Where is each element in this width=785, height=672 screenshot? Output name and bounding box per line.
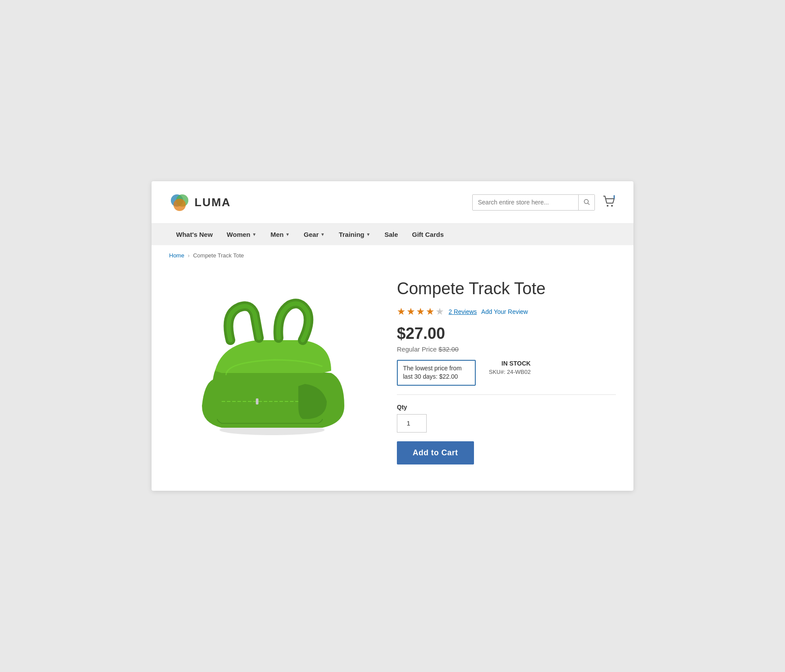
chevron-down-icon: ▼ [321, 232, 325, 237]
header-right [472, 194, 616, 211]
nav-item-gift-cards[interactable]: Gift Cards [405, 224, 451, 245]
breadcrumb: Home › Compete Track Tote [152, 245, 633, 266]
star-5: ★ [435, 306, 444, 317]
chevron-down-icon: ▼ [285, 232, 290, 237]
qty-label: Qty [397, 404, 616, 411]
in-stock-label: IN STOCK [489, 360, 530, 367]
nav-item-gear[interactable]: Gear ▼ [297, 224, 332, 245]
add-review-link[interactable]: Add Your Review [481, 308, 528, 315]
breadcrumb-home-link[interactable]: Home [169, 252, 184, 259]
search-button[interactable] [578, 195, 594, 210]
nav-item-training[interactable]: Training ▼ [332, 224, 377, 245]
chevron-down-icon: ▼ [252, 232, 256, 237]
product-image-column [169, 274, 371, 464]
nav-item-men[interactable]: Men ▼ [263, 224, 297, 245]
add-to-cart-button[interactable]: Add to Cart [397, 441, 474, 464]
reviews-link[interactable]: 2 Reviews [449, 308, 477, 315]
navigation-bar: What's New Women ▼ Men ▼ Gear ▼ Training… [152, 224, 633, 245]
star-rating: ★ ★ ★ ★ ★ [397, 306, 444, 317]
product-area: Compete Track Tote ★ ★ ★ ★ ★ 2 Reviews A… [152, 266, 633, 491]
sku-row: SKU#: 24-WB02 [489, 369, 530, 375]
logo-icon [169, 192, 190, 213]
product-info-column: Compete Track Tote ★ ★ ★ ★ ★ 2 Reviews A… [397, 274, 616, 464]
breadcrumb-separator: › [188, 253, 190, 259]
star-4: ★ [426, 306, 435, 317]
nav-item-whats-new[interactable]: What's New [169, 224, 220, 245]
search-icon [583, 198, 590, 205]
svg-point-2 [173, 199, 186, 211]
qty-input[interactable] [397, 414, 427, 433]
svg-point-6 [611, 205, 613, 207]
svg-point-3 [584, 199, 588, 203]
svg-line-4 [588, 203, 590, 205]
search-box [472, 194, 595, 211]
search-input[interactable] [473, 195, 578, 209]
logo-text: LUMA [194, 196, 231, 209]
chevron-down-icon: ▼ [366, 232, 371, 237]
lowest-price-box: The lowest price from last 30 days: $22.… [397, 360, 476, 386]
site-header: LUMA [152, 181, 633, 224]
stock-sku-column: IN STOCK SKU#: 24-WB02 [489, 360, 530, 375]
nav-item-women[interactable]: Women ▼ [220, 224, 264, 245]
rating-row: ★ ★ ★ ★ ★ 2 Reviews Add Your Review [397, 306, 616, 317]
star-1: ★ [397, 306, 406, 317]
nav-item-sale[interactable]: Sale [378, 224, 405, 245]
star-2: ★ [407, 306, 415, 317]
svg-point-5 [607, 205, 608, 207]
regular-price-row: Regular Price $32.00 [397, 345, 616, 353]
star-3: ★ [416, 306, 425, 317]
product-title: Compete Track Tote [397, 279, 616, 299]
breadcrumb-current-page: Compete Track Tote [193, 252, 244, 259]
product-image [178, 274, 362, 441]
svg-rect-10 [256, 398, 258, 405]
logo-link[interactable]: LUMA [169, 192, 231, 213]
regular-price-amount: $32.00 [438, 345, 459, 353]
price-info-row: The lowest price from last 30 days: $22.… [397, 360, 616, 395]
cart-icon[interactable] [602, 194, 616, 210]
store-container: LUMA [152, 181, 633, 491]
sale-price: $27.00 [397, 324, 616, 343]
shopping-cart-icon [602, 194, 616, 208]
